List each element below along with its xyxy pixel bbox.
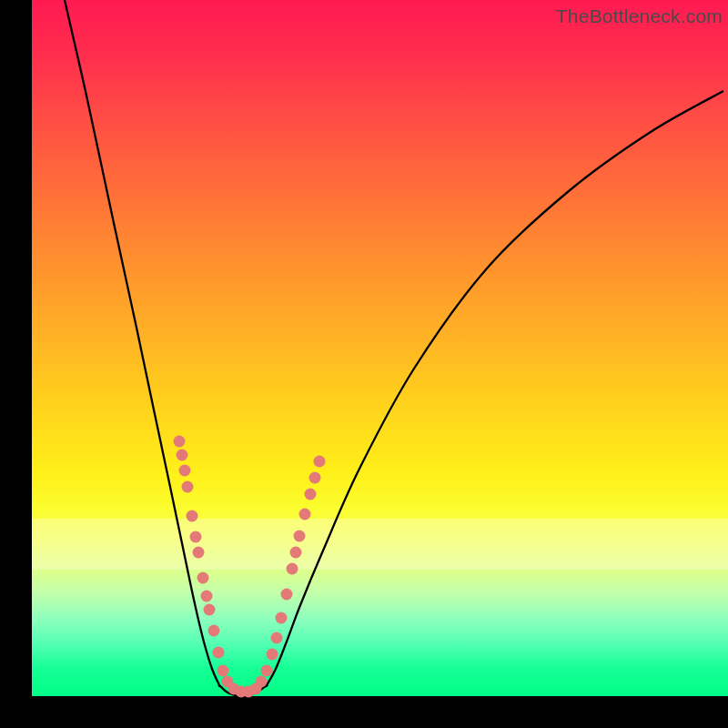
data-point bbox=[190, 531, 202, 543]
data-point bbox=[314, 456, 326, 468]
data-point bbox=[299, 509, 311, 521]
data-point bbox=[177, 450, 188, 461]
chart-svg bbox=[32, 0, 728, 696]
data-point bbox=[174, 436, 186, 448]
data-point bbox=[208, 625, 220, 637]
curve-group bbox=[65, 0, 723, 695]
data-point bbox=[213, 647, 225, 659]
scatter-group bbox=[174, 436, 326, 698]
data-point bbox=[193, 547, 205, 559]
frame: TheBottleneck.com bbox=[0, 0, 728, 728]
data-point bbox=[256, 676, 268, 688]
data-point bbox=[187, 511, 198, 522]
data-point bbox=[276, 612, 288, 624]
data-point bbox=[182, 481, 194, 493]
data-point bbox=[294, 531, 306, 542]
data-point bbox=[271, 632, 283, 644]
data-point bbox=[261, 665, 273, 677]
data-point bbox=[204, 604, 216, 616]
data-point bbox=[201, 591, 213, 602]
data-point bbox=[281, 589, 293, 601]
data-point bbox=[217, 665, 229, 677]
data-point bbox=[305, 489, 317, 500]
data-point bbox=[287, 563, 298, 575]
data-point bbox=[267, 649, 278, 661]
bottleneck-curve bbox=[65, 0, 723, 695]
data-point bbox=[179, 465, 191, 477]
data-point bbox=[309, 472, 321, 484]
data-point bbox=[197, 572, 209, 584]
plot-area: TheBottleneck.com bbox=[32, 0, 728, 696]
data-point bbox=[290, 547, 302, 559]
